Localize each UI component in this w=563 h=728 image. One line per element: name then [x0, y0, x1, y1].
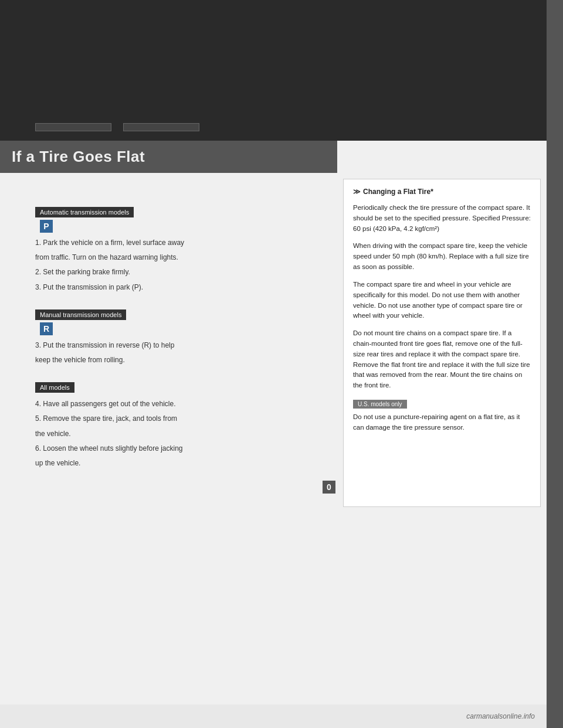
header-tab-1 — [35, 123, 111, 131]
park-gear-indicator: P — [40, 220, 53, 233]
all-text-4: 6. Loosen the wheel nuts slightly before… — [35, 443, 325, 454]
bottom-bar: carmanualsonline.info — [0, 705, 547, 728]
all-text-1: 4. Have all passengers get out of the ve… — [35, 399, 325, 410]
info-paragraph-2: When driving with the compact spare tire… — [353, 241, 531, 272]
auto-transmission-badge: Automatic transmission models — [35, 207, 134, 217]
all-text-5: up the vehicle. — [35, 458, 325, 469]
auto-text-1: 1. Park the vehicle on a firm, level sur… — [35, 237, 325, 249]
page-container: If a Tire Goes Flat Automatic transmissi… — [0, 0, 563, 728]
zero-indicator: 0 — [323, 481, 335, 494]
all-models-badge: All models — [35, 382, 74, 393]
manual-text-1: 3. Put the transmission in reverse (R) t… — [35, 340, 325, 351]
info-box: Changing a Flat Tire* Periodically check… — [343, 179, 541, 507]
top-header — [0, 0, 547, 141]
content-area: Automatic transmission models P 1. Park … — [0, 173, 547, 728]
main-content: If a Tire Goes Flat Automatic transmissi… — [0, 0, 547, 728]
reverse-gear-indicator: R — [40, 322, 53, 335]
auto-text-3: 2. Set the parking brake firmly. — [35, 267, 325, 278]
header-tab-2 — [123, 123, 199, 131]
us-models-badge: U.S. models only — [353, 400, 407, 409]
watermark-text: carmanualsonline.info — [466, 712, 535, 720]
info-paragraph-4: Do not mount tire chains on a compact sp… — [353, 328, 531, 391]
info-paragraph-3: The compact spare tire and wheel in your… — [353, 280, 531, 321]
left-column: Automatic transmission models P 1. Park … — [0, 173, 337, 728]
all-text-2: 5. Remove the spare tire, jack, and tool… — [35, 413, 325, 424]
right-sidebar-accent — [547, 0, 563, 728]
all-text-3: the vehicle. — [35, 428, 325, 440]
section-title-bar: If a Tire Goes Flat — [0, 141, 337, 173]
page-title: If a Tire Goes Flat — [12, 148, 325, 166]
manual-text-2: keep the vehicle from rolling. — [35, 355, 325, 366]
manual-transmission-badge: Manual transmission models — [35, 309, 126, 320]
auto-text-2: from traffic. Turn on the hazard warning… — [35, 252, 325, 263]
auto-text-4: 3. Put the transmission in park (P). — [35, 282, 325, 293]
right-column: Changing a Flat Tire* Periodically check… — [337, 173, 547, 728]
info-box-title: Changing a Flat Tire* — [353, 188, 531, 196]
info-paragraph-5: Do not use a puncture-repairing agent on… — [353, 412, 531, 433]
info-paragraph-1: Periodically check the tire pressure of … — [353, 203, 531, 234]
